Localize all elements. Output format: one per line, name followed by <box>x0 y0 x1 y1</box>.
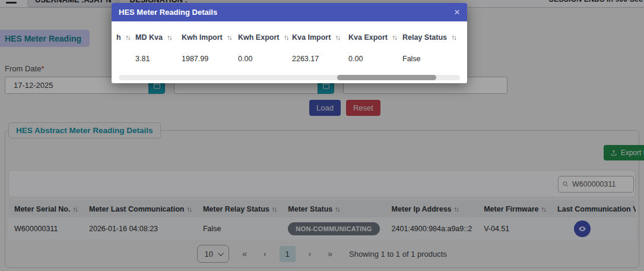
modal-col-kwh-export[interactable]: Kwh Export ↑↓ <box>238 33 292 42</box>
modal-horizontal-scrollbar[interactable] <box>119 75 460 80</box>
sort-icon: ↑↓ <box>452 34 456 41</box>
modal-col-kva-export[interactable]: Kva Export ↑↓ <box>348 33 402 42</box>
sort-icon: ↑↓ <box>167 34 172 41</box>
modal-col-kwh-import[interactable]: Kwh Import ↑↓ <box>182 33 238 42</box>
modal-close-button[interactable]: × <box>454 7 460 17</box>
modal-col-relay-status[interactable]: Relay Status ↑↓ <box>402 33 462 42</box>
modal-val-relay-status: False <box>402 55 462 63</box>
modal-col-md-kva[interactable]: MD Kva ↑↓ <box>135 33 182 42</box>
modal-val-kva-import: 2263.17 <box>292 55 348 63</box>
modal-table-value-row: 3.81 1987.99 0.00 2263.17 0.00 False <box>116 55 462 63</box>
modal-val-md-kva: 3.81 <box>135 55 182 63</box>
modal-header: HES Meter Reading Details × <box>112 3 467 21</box>
sort-icon: ↑↓ <box>125 34 130 41</box>
modal-val-kva-export: 0.00 <box>348 55 402 63</box>
modal-title: HES Meter Reading Details <box>119 8 217 17</box>
sort-icon: ↑↓ <box>392 34 396 41</box>
sort-icon: ↑↓ <box>335 34 340 41</box>
modal-col-h[interactable]: h ↑↓ <box>116 33 135 42</box>
meter-reading-details-modal: HES Meter Reading Details × h ↑↓ MD Kva … <box>112 3 467 83</box>
modal-col-kva-import[interactable]: Kva Import ↑↓ <box>292 33 348 42</box>
modal-val-kwh-import: 1987.99 <box>182 55 238 63</box>
sort-icon: ↑↓ <box>227 34 231 41</box>
scrollbar-thumb[interactable] <box>337 75 436 80</box>
sort-icon: ↑↓ <box>284 34 288 41</box>
modal-val-kwh-export: 0.00 <box>238 55 292 63</box>
modal-table-header-row: h ↑↓ MD Kva ↑↓ Kwh Import ↑↓ Kwh Export … <box>116 33 462 42</box>
modal-body: h ↑↓ MD Kva ↑↓ Kwh Import ↑↓ Kwh Export … <box>112 21 467 80</box>
